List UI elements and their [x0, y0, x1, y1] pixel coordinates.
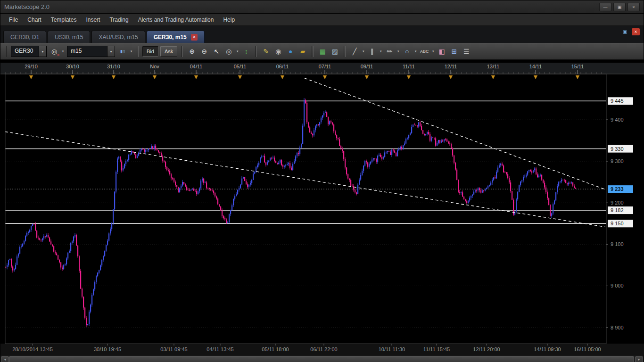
svg-text:9 182: 9 182: [611, 207, 624, 213]
svg-text:9 000: 9 000: [611, 283, 624, 288]
fit-vertical-icon[interactable]: ↕: [240, 46, 252, 57]
tab-ger30-m15[interactable]: GER30, m15×: [147, 31, 205, 43]
menu-item-alerts-and-trading-automation[interactable]: Alerts and Trading Automation: [133, 15, 219, 25]
tab-label: GER30, m15: [154, 34, 187, 41]
tab-ger30-d1[interactable]: GER30, D1: [3, 31, 46, 43]
view-options-icon-glyph: ◉: [275, 48, 281, 55]
period-select-value: m15: [67, 46, 107, 57]
symbol-select[interactable]: GER30▾: [11, 46, 47, 57]
image-export-icon-glyph: ▨: [332, 48, 338, 55]
minimize-button[interactable]: —: [599, 3, 611, 11]
horizontal-scrollbar[interactable]: ◂ ▸: [0, 355, 644, 362]
toolbar-separator: [255, 46, 257, 57]
pencil-tool-dropdown[interactable]: ▾: [396, 46, 400, 57]
svg-text:14/11: 14/11: [529, 64, 542, 69]
chart-snapshot-icon-glyph: ▦: [320, 48, 326, 55]
line-tool-dropdown[interactable]: ▾: [361, 46, 365, 57]
svg-text:11/11: 11/11: [403, 64, 415, 69]
svg-text:Nov: Nov: [150, 64, 159, 69]
svg-text:05/11: 05/11: [234, 64, 247, 69]
chart-area[interactable]: 29/1030/1031/10Nov04/1105/1106/1107/1109…: [0, 60, 644, 355]
ellipse-tool-icon[interactable]: ○: [401, 46, 413, 57]
zoom-in-icon[interactable]: ⊕: [186, 46, 198, 57]
globe-icon[interactable]: ●: [285, 46, 296, 57]
menu-item-templates[interactable]: Templates: [46, 15, 82, 25]
toolbar-grip[interactable]: [4, 46, 7, 57]
channel-tool-icon-glyph: ∥: [371, 48, 374, 55]
bid-button[interactable]: Bid: [142, 46, 158, 57]
ruler-icon-glyph: ▰: [300, 48, 305, 55]
channel-tool-dropdown[interactable]: ▾: [379, 46, 383, 57]
image-export-icon[interactable]: ▨: [329, 46, 340, 57]
menu-item-help[interactable]: Help: [218, 15, 239, 25]
restore-button[interactable]: ▣: [613, 3, 626, 11]
zoom-box-dropdown[interactable]: ▾: [235, 46, 239, 57]
zoom-out-icon[interactable]: ⊖: [198, 46, 210, 57]
zoom-in-icon-glyph: ⊕: [189, 48, 195, 55]
text-tool-dropdown[interactable]: ▾: [431, 46, 435, 57]
symbol-search-icon-badge: ×: [57, 53, 59, 57]
globe-icon-glyph: ●: [289, 48, 292, 55]
tab-close-icon[interactable]: ×: [191, 34, 198, 41]
svg-text:06/11 22:00: 06/11 22:00: [310, 346, 337, 352]
chart-type-dropdown[interactable]: ▾: [129, 46, 133, 57]
object-list-icon-glyph: ☰: [463, 48, 470, 55]
symbol-select-arrow[interactable]: ▾: [39, 46, 46, 57]
chart-window-close-icon[interactable]: ×: [632, 28, 640, 35]
text-tool-icon-glyph: ABC: [420, 49, 429, 54]
toolbar-separator: [137, 46, 139, 57]
tab-us30-m15[interactable]: US30, m15: [48, 31, 90, 43]
svg-text:03/11 09:45: 03/11 09:45: [160, 346, 187, 352]
chart-type-icon[interactable]: ▮▯: [117, 46, 128, 57]
svg-text:9 150: 9 150: [611, 221, 624, 226]
symbol-search-icon-glyph: ◎: [51, 48, 57, 55]
add-overlay-icon-glyph: ⊞: [451, 48, 457, 55]
menu-item-file[interactable]: File: [4, 15, 23, 25]
period-select[interactable]: m15▾: [67, 46, 115, 57]
symbol-search-dropdown[interactable]: ▾: [61, 46, 65, 57]
ask-button-label: Ask: [165, 49, 173, 54]
view-options-icon[interactable]: ◉: [272, 46, 284, 57]
svg-text:9 400: 9 400: [611, 117, 624, 123]
svg-text:29/10: 29/10: [25, 64, 38, 69]
pencil-tool-icon[interactable]: ✏: [384, 46, 395, 57]
chart-snapshot-icon[interactable]: ▦: [317, 46, 328, 57]
svg-text:05/11 18:00: 05/11 18:00: [262, 346, 289, 352]
menu-item-trading[interactable]: Trading: [105, 15, 133, 25]
zoom-box-icon[interactable]: ◎: [223, 46, 234, 57]
scrollbar-thumb[interactable]: [9, 356, 634, 362]
fit-vertical-icon-glyph: ↕: [245, 48, 248, 55]
line-tool-icon[interactable]: ╱: [349, 46, 360, 57]
symbol-select-value: GER30: [11, 46, 39, 57]
chart-tabs: GER30, D1US30, m15XAU/USD, m15GER30, m15…: [3, 31, 206, 43]
channel-tool-icon[interactable]: ∥: [366, 46, 378, 57]
ellipse-tool-dropdown[interactable]: ▾: [413, 46, 418, 57]
add-overlay-icon[interactable]: ⊞: [448, 46, 460, 57]
bid-button-label: Bid: [147, 49, 154, 54]
scroll-left-arrow[interactable]: ◂: [1, 356, 9, 362]
svg-text:9 300: 9 300: [611, 158, 624, 164]
menubar: FileChartTemplatesInsertTradingAlerts an…: [0, 14, 644, 26]
titlebar[interactable]: Marketscope 2.0 —▣×: [0, 0, 644, 14]
eraser-icon[interactable]: ◧: [436, 46, 447, 57]
svg-text:9 100: 9 100: [611, 241, 624, 247]
ask-button[interactable]: Ask: [160, 46, 177, 57]
period-select-arrow[interactable]: ▾: [107, 46, 115, 57]
symbol-search-icon[interactable]: ◎×: [49, 46, 60, 57]
svg-text:09/11: 09/11: [361, 64, 373, 69]
chart-window-restore-icon[interactable]: ▣: [621, 28, 629, 35]
text-tool-icon[interactable]: ABC: [419, 46, 430, 57]
svg-text:15/11: 15/11: [571, 64, 584, 69]
pointer-tool-icon[interactable]: ↖: [211, 46, 222, 57]
object-list-icon[interactable]: ☰: [461, 46, 472, 57]
ruler-icon[interactable]: ▰: [297, 46, 308, 57]
close-button[interactable]: ×: [627, 3, 640, 11]
svg-text:04/11: 04/11: [190, 64, 203, 69]
svg-text:16/11 05:00: 16/11 05:00: [574, 346, 601, 352]
note-icon[interactable]: ✎: [260, 46, 272, 57]
price-chart[interactable]: 29/1030/1031/10Nov04/1105/1106/1107/1109…: [0, 60, 644, 355]
tab-xau-usd-m15[interactable]: XAU/USD, m15: [91, 31, 145, 43]
menu-item-chart[interactable]: Chart: [23, 15, 46, 25]
scroll-right-arrow[interactable]: ▸: [635, 356, 643, 362]
menu-item-insert[interactable]: Insert: [81, 15, 105, 25]
